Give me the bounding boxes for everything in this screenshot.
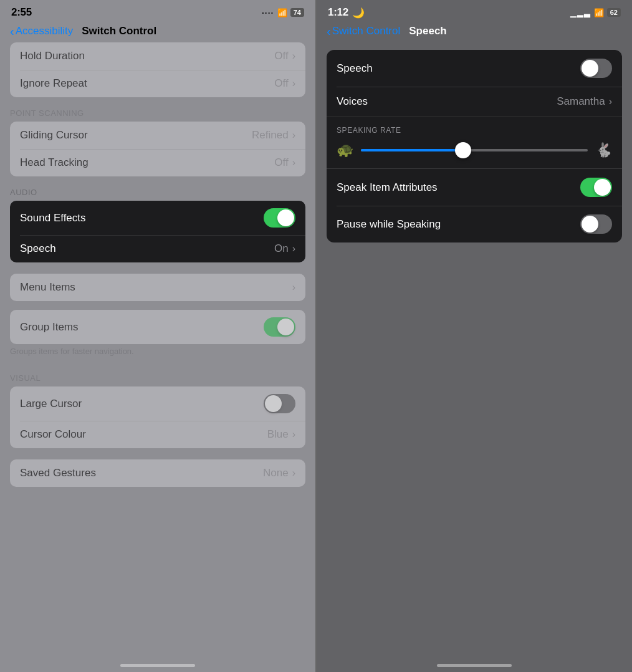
- sound-effects-toggle[interactable]: [264, 208, 295, 228]
- gliding-cursor-value-group: Refined ›: [252, 129, 295, 142]
- point-scanning-group: Gliding Cursor Refined › Head Tracking O…: [10, 122, 305, 176]
- speaking-rate-section: SPEAKING RATE 🐢 🐇: [327, 117, 622, 168]
- chevron-right-icon7: ›: [292, 429, 295, 440]
- gliding-cursor-row[interactable]: Gliding Cursor Refined ›: [10, 122, 305, 149]
- right-battery-badge: 62: [607, 8, 621, 17]
- chevron-right-icon4: ›: [292, 157, 295, 168]
- toggle-thumb: [277, 209, 294, 226]
- hold-duration-row[interactable]: Hold Duration Off ›: [10, 42, 305, 70]
- toggle-thumb2: [277, 319, 294, 335]
- saved-gestures-row[interactable]: Saved Gestures None ›: [10, 459, 305, 487]
- head-tracking-value-group: Off ›: [274, 156, 295, 169]
- ignore-repeat-value-group: Off ›: [274, 77, 295, 90]
- voices-value-group: Samantha ›: [557, 95, 612, 108]
- left-status-bar: 2:55 •••• 📶 74: [0, 0, 315, 22]
- head-tracking-value: Off: [274, 156, 288, 169]
- speech-card: Speech Voices Samantha › SPEAKING RATE 🐢: [327, 50, 622, 242]
- speech-row[interactable]: Speech On ›: [10, 235, 305, 262]
- left-back-button[interactable]: ‹ Accessibility: [10, 25, 73, 37]
- left-home-indicator: [0, 659, 315, 672]
- chevron-right-icon5: ›: [292, 243, 295, 254]
- saved-gestures-group: Saved Gestures None ›: [10, 459, 305, 487]
- left-phone-panel: 2:55 •••• 📶 74 ‹ Accessibility Switch Co…: [0, 0, 315, 672]
- right-back-button[interactable]: ‹ Switch Control: [327, 25, 400, 37]
- moon-icon: 🌙: [352, 7, 365, 19]
- saved-gestures-value-group: None ›: [263, 467, 295, 479]
- pause-while-speaking-toggle[interactable]: [580, 214, 612, 234]
- left-time: 2:55: [11, 6, 32, 19]
- fast-speed-icon: 🐇: [595, 142, 612, 158]
- chevron-right-icon: ›: [292, 50, 295, 62]
- wifi-icon: 📶: [277, 8, 287, 17]
- speech-value-group: On ›: [274, 242, 295, 255]
- signal-bars-icon: ▁▂▃: [570, 8, 591, 17]
- left-content: Hold Duration Off › Ignore Repeat Off › …: [0, 42, 315, 659]
- right-time-group: 1:12 🌙: [328, 6, 365, 19]
- right-home-bar: [437, 664, 512, 667]
- voices-label: Voices: [337, 95, 368, 108]
- right-content: Speech Voices Samantha › SPEAKING RATE 🐢: [317, 42, 632, 659]
- menu-items-group: Menu Items ›: [10, 274, 305, 301]
- battery-badge: 74: [290, 8, 304, 17]
- pause-toggle-thumb: [582, 216, 598, 233]
- hold-duration-value: Off: [274, 50, 288, 62]
- home-bar: [120, 664, 195, 667]
- ignore-repeat-row[interactable]: Ignore Repeat Off ›: [10, 70, 305, 97]
- speech-toggle[interactable]: [580, 59, 612, 78]
- left-page-title: Switch Control: [82, 25, 156, 37]
- right-time: 1:12: [328, 6, 348, 19]
- slow-speed-icon: 🐢: [337, 142, 353, 158]
- saved-gestures-value: None: [263, 467, 289, 479]
- menu-items-row[interactable]: Menu Items ›: [10, 274, 305, 301]
- ignore-repeat-label: Ignore Repeat: [20, 77, 87, 90]
- speed-slider-track[interactable]: [361, 149, 588, 151]
- speak-item-attributes-toggle[interactable]: [580, 178, 612, 197]
- voices-row[interactable]: Voices Samantha ›: [327, 87, 622, 117]
- head-tracking-label: Head Tracking: [20, 156, 89, 169]
- saved-gestures-label: Saved Gestures: [20, 467, 96, 479]
- group-items-row[interactable]: Group Items: [10, 310, 305, 344]
- audio-section: AUDIO Sound Effects Speech On ›: [0, 176, 315, 262]
- large-cursor-label: Large Cursor: [20, 398, 82, 410]
- right-chevron-left-icon: ‹: [327, 25, 331, 37]
- chevron-right-icon6: ›: [292, 282, 295, 293]
- sound-effects-row[interactable]: Sound Effects: [10, 201, 305, 235]
- slider-thumb[interactable]: [455, 142, 471, 158]
- audio-group: Sound Effects Speech On ›: [10, 201, 305, 262]
- group-items-toggle[interactable]: [264, 317, 295, 337]
- voices-chevron-icon: ›: [609, 96, 612, 107]
- speaking-rate-label: SPEAKING RATE: [337, 126, 612, 135]
- point-scanning-section: POINT SCANNING Gliding Cursor Refined › …: [0, 97, 315, 176]
- audio-label: AUDIO: [0, 176, 315, 201]
- right-phone-panel: 1:12 🌙 ▁▂▃ 📶 62 ‹ Switch Control Speech …: [317, 0, 632, 672]
- hold-duration-label: Hold Duration: [20, 50, 85, 62]
- left-nav-bar: ‹ Accessibility Switch Control: [0, 22, 315, 42]
- speech-row-label: Speech: [337, 62, 373, 75]
- large-cursor-toggle[interactable]: [264, 394, 295, 413]
- pause-while-speaking-row[interactable]: Pause while Speaking: [327, 206, 622, 242]
- menu-items-label: Menu Items: [20, 281, 75, 294]
- right-status-bar: 1:12 🌙 ▁▂▃ 📶 62: [317, 0, 632, 22]
- speech-toggle-row[interactable]: Speech: [327, 50, 622, 87]
- cursor-colour-value-group: Blue ›: [267, 428, 295, 441]
- speak-item-attributes-label: Speak Item Attributes: [337, 181, 438, 194]
- pause-while-speaking-label: Pause while Speaking: [337, 218, 441, 231]
- gliding-cursor-label: Gliding Cursor: [20, 129, 88, 142]
- right-status-icons: ▁▂▃ 📶 62: [570, 8, 621, 17]
- visual-group: Large Cursor Cursor Colour Blue ›: [10, 386, 305, 448]
- cursor-colour-row[interactable]: Cursor Colour Blue ›: [10, 421, 305, 448]
- right-nav-bar: ‹ Switch Control Speech: [317, 22, 632, 42]
- group-items-label: Group Items: [20, 321, 79, 334]
- right-wifi-icon: 📶: [594, 8, 604, 17]
- large-cursor-row[interactable]: Large Cursor: [10, 386, 305, 421]
- hold-duration-value-group: Off ›: [274, 50, 295, 62]
- group-items-group: Group Items: [10, 310, 305, 344]
- speak-item-attributes-row[interactable]: Speak Item Attributes: [327, 168, 622, 206]
- right-home-indicator: [317, 659, 632, 672]
- speech-toggle-thumb: [582, 60, 598, 77]
- ignore-repeat-value: Off: [274, 77, 288, 90]
- head-tracking-row[interactable]: Head Tracking Off ›: [10, 149, 305, 176]
- chevron-right-icon3: ›: [292, 130, 295, 141]
- right-page-title: Speech: [409, 25, 446, 37]
- slider-fill: [361, 149, 463, 151]
